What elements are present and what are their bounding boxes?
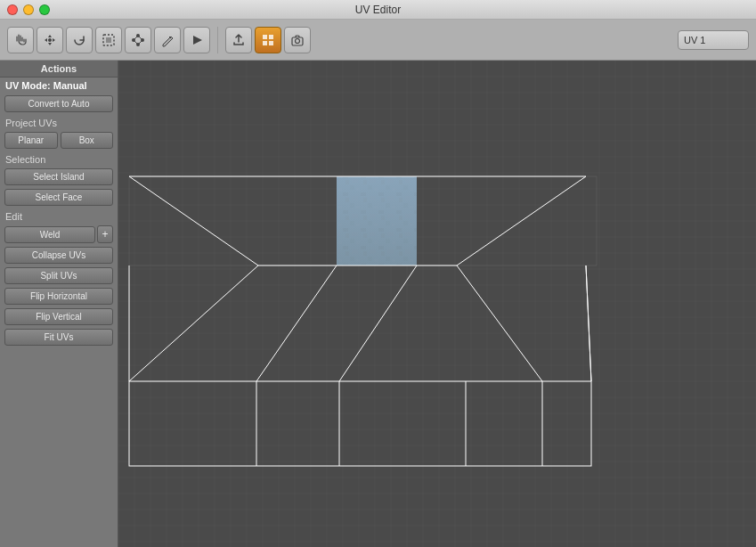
toolbar: UV 1 UV 2 UV 3 (0, 20, 756, 61)
sidebar-header: Actions (0, 61, 118, 78)
convert-to-auto-button[interactable]: Convert to Auto (4, 95, 113, 112)
tool-group-left (7, 27, 210, 53)
select-tool[interactable] (95, 27, 122, 53)
uv-viewport (118, 61, 756, 547)
split-uvs-button[interactable]: Split UVs (4, 267, 113, 284)
svg-rect-12 (263, 35, 267, 39)
window-controls[interactable] (7, 4, 50, 15)
planar-button[interactable]: Planar (4, 132, 58, 149)
play-tool[interactable] (183, 27, 210, 53)
select-island-button[interactable]: Select Island (4, 168, 113, 185)
upload-tool[interactable] (225, 27, 252, 53)
svg-rect-15 (269, 41, 273, 45)
camera-tool[interactable] (284, 27, 311, 53)
uv-canvas[interactable] (118, 61, 756, 547)
svg-rect-99 (337, 176, 417, 265)
svg-line-8 (138, 36, 142, 40)
svg-rect-13 (269, 35, 273, 39)
svg-line-7 (134, 36, 138, 40)
title-bar: UV Editor (0, 0, 756, 20)
hand-tool[interactable] (7, 27, 34, 53)
svg-rect-14 (263, 41, 267, 45)
uv-dropdown[interactable]: UV 1 UV 2 UV 3 (678, 30, 749, 50)
svg-point-17 (296, 38, 300, 43)
toolbar-separator-1 (217, 27, 218, 53)
collapse-uvs-button[interactable]: Collapse UVs (4, 247, 113, 264)
fit-uvs-button[interactable]: Fit UVs (4, 329, 113, 346)
flip-horizontal-button[interactable]: Flip Horizontal (4, 288, 113, 305)
window-title: UV Editor (355, 4, 401, 16)
weld-button[interactable]: Weld (4, 226, 95, 243)
main-layout: Actions UV Mode: Manual Convert to Auto … (0, 61, 756, 547)
close-button[interactable] (7, 4, 18, 15)
edit-label: Edit (0, 208, 118, 224)
pen-tool[interactable] (154, 27, 181, 53)
svg-rect-2 (106, 37, 111, 43)
move-tool[interactable] (37, 27, 63, 53)
flip-vertical-button[interactable]: Flip Vertical (4, 308, 113, 325)
selection-label: Selection (0, 151, 118, 167)
svg-marker-11 (193, 36, 202, 45)
svg-line-9 (138, 40, 142, 45)
minimize-button[interactable] (23, 4, 34, 15)
tool-group-right (225, 27, 311, 53)
maximize-button[interactable] (39, 4, 50, 15)
grid-tool[interactable] (255, 27, 281, 53)
weld-plus-button[interactable]: + (97, 225, 113, 243)
uv-mode-label: UV Mode: Manual (0, 78, 118, 94)
box-button[interactable]: Box (61, 132, 114, 149)
project-uvs-label: Project UVs (0, 114, 118, 130)
svg-point-0 (48, 38, 52, 42)
node-tool[interactable] (125, 27, 151, 53)
uv-select[interactable]: UV 1 UV 2 UV 3 (678, 30, 749, 50)
weld-row: Weld + (4, 225, 113, 243)
select-face-button[interactable]: Select Face (4, 189, 113, 206)
svg-rect-18 (118, 61, 756, 547)
svg-line-10 (134, 40, 138, 45)
refresh-tool[interactable] (66, 27, 93, 53)
sidebar: Actions UV Mode: Manual Convert to Auto … (0, 61, 118, 547)
